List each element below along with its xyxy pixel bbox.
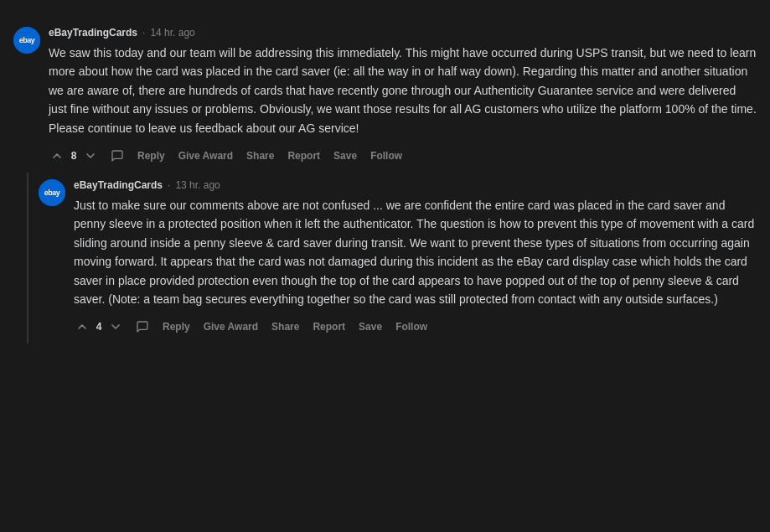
comment-icon-button[interactable] xyxy=(131,317,154,337)
comment-body: Just to make sure our comments above are… xyxy=(74,196,757,308)
comment-body: We saw this today and our team will be a… xyxy=(49,44,757,137)
reply-button[interactable]: Reply xyxy=(132,147,170,165)
avatar: ebay xyxy=(39,179,65,206)
follow-button[interactable]: Follow xyxy=(390,318,432,336)
vote-section: 8 xyxy=(49,147,99,164)
comment-time: 14 hr. ago xyxy=(150,27,194,39)
comment-thread: ebay eBayTradingCards · 14 hr. ago We sa… xyxy=(13,13,757,350)
avatar: ebay xyxy=(13,27,40,54)
comment-actions: 4 Reply Give Award Share Report Sav xyxy=(74,317,757,337)
report-button[interactable]: Report xyxy=(282,147,325,165)
comment-header: eBayTradingCards · 13 hr. ago xyxy=(74,179,757,191)
reply-button[interactable]: Reply xyxy=(158,318,195,336)
comment-header: eBayTradingCards · 14 hr. ago xyxy=(49,27,757,39)
comment-author: eBayTradingCards xyxy=(49,27,137,39)
comment-time: 13 hr. ago xyxy=(175,179,220,191)
share-button[interactable]: Share xyxy=(241,147,279,165)
comment-item-nested: ebay eBayTradingCards · 13 hr. ago Just … xyxy=(27,173,757,343)
comment-item: ebay eBayTradingCards · 14 hr. ago We sa… xyxy=(13,20,757,173)
give-award-button[interactable]: Give Award xyxy=(173,147,238,165)
comment-actions: 8 Reply Give Award Share Report Sav xyxy=(49,146,757,166)
comment-icon-button[interactable] xyxy=(106,146,129,166)
upvote-button[interactable] xyxy=(49,147,65,164)
vote-section: 4 xyxy=(74,318,124,335)
upvote-button[interactable] xyxy=(74,318,90,335)
vote-count: 8 xyxy=(69,150,79,162)
comment-content: eBayTradingCards · 14 hr. ago We saw thi… xyxy=(49,27,757,166)
report-button[interactable]: Report xyxy=(307,318,350,336)
downvote-button[interactable] xyxy=(82,147,99,164)
save-button[interactable]: Save xyxy=(354,318,387,336)
share-button[interactable]: Share xyxy=(266,318,304,336)
give-award-button[interactable]: Give Award xyxy=(199,318,263,336)
save-button[interactable]: Save xyxy=(328,147,362,165)
vote-count: 4 xyxy=(94,321,104,333)
downvote-button[interactable] xyxy=(107,318,124,335)
follow-button[interactable]: Follow xyxy=(365,147,407,165)
comment-content: eBayTradingCards · 13 hr. ago Just to ma… xyxy=(74,179,757,337)
comment-author: eBayTradingCards xyxy=(74,179,163,191)
